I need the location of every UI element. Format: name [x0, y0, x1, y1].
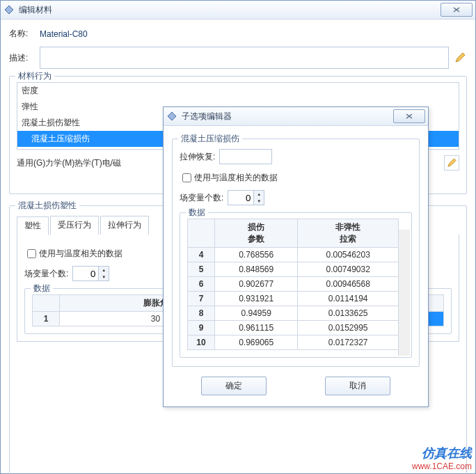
- desc-input[interactable]: [40, 47, 449, 69]
- suboption-dialog: 子选项编辑器 混凝土压缩损伤 拉伸恢复: 使用与温度相关的数据 场变量个数: ▲…: [163, 106, 429, 407]
- row-header[interactable]: 1: [33, 312, 60, 326]
- main-title: 编辑材料: [19, 4, 438, 16]
- dialog-close-button[interactable]: [393, 109, 425, 123]
- dialog-group-label: 混凝土压缩损伤: [178, 133, 242, 145]
- svg-marker-0: [5, 6, 13, 14]
- dialog-icon: [166, 111, 177, 122]
- desc-label: 描述:: [9, 52, 40, 64]
- dialog-data-group: 数据 损伤参数 非弹性拉索 40.7685560.00546203 50.848…: [180, 212, 412, 358]
- name-label: 名称:: [9, 28, 40, 40]
- tab-plastic[interactable]: 塑性: [17, 216, 49, 235]
- dialog-titlebar: 子选项编辑器: [164, 107, 428, 126]
- watermark: 仿真在线 www.1CAE.com: [412, 446, 472, 471]
- fieldcount-spinner[interactable]: ▲▼: [72, 266, 109, 281]
- ok-button[interactable]: 确定: [201, 377, 267, 395]
- tree-item-density[interactable]: 密度: [17, 83, 459, 99]
- tab-compress[interactable]: 受压行为: [50, 216, 99, 235]
- dialog-temp-checkbox[interactable]: 使用与温度相关的数据: [180, 171, 412, 184]
- spin-down-icon[interactable]: ▼: [254, 198, 264, 205]
- edit-icon[interactable]: [444, 155, 459, 171]
- cdp-title: 混凝土损伤塑性: [15, 200, 79, 212]
- app-icon: [3, 4, 15, 15]
- spin-up-icon[interactable]: ▲: [254, 191, 264, 198]
- data-label: 数据: [31, 283, 53, 294]
- dialog-title: 子选项编辑器: [182, 111, 390, 123]
- dialog-fieldcount-label: 场变量个数:: [180, 192, 223, 204]
- dialog-fieldcount-spinner[interactable]: ▲▼: [228, 190, 264, 205]
- cancel-button[interactable]: 取消: [325, 377, 390, 395]
- menu-thermal[interactable]: 热学(T): [74, 157, 102, 169]
- spin-down-icon[interactable]: ▼: [99, 274, 109, 281]
- dialog-group: 混凝土压缩损伤 拉伸恢复: 使用与温度相关的数据 场变量个数: ▲▼ 数据 损伤…: [172, 139, 420, 367]
- recovery-label: 拉伸恢复:: [180, 151, 215, 163]
- dialog-data-table[interactable]: 损伤参数 非弹性拉索 40.7685560.00546203 50.848569…: [187, 219, 399, 350]
- tab-tension[interactable]: 拉伸行为: [100, 216, 149, 235]
- fieldcount-label: 场变量个数:: [24, 268, 68, 280]
- behavior-label: 材料行为: [15, 70, 54, 82]
- spin-up-icon[interactable]: ▲: [99, 267, 109, 274]
- menu-mechanical[interactable]: 力学(M): [45, 157, 74, 169]
- svg-marker-1: [168, 112, 176, 120]
- table-scrollbar[interactable]: [398, 230, 410, 356]
- close-button[interactable]: [441, 3, 473, 17]
- name-value: Material-C80: [40, 29, 88, 39]
- main-titlebar: 编辑材料: [1, 1, 475, 19]
- menu-general[interactable]: 通用(G): [17, 157, 45, 169]
- edit-desc-icon[interactable]: [453, 51, 467, 65]
- recovery-input[interactable]: [219, 149, 272, 164]
- menu-em[interactable]: 电/磁: [102, 157, 121, 169]
- dialog-data-label: 数据: [186, 207, 208, 219]
